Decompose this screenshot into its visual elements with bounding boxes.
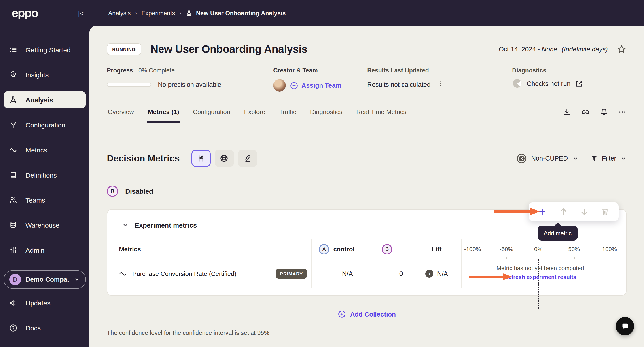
people-icon — [9, 196, 18, 204]
chevron-down-icon — [620, 155, 626, 162]
flask-icon — [9, 96, 18, 104]
sidebar-item-updates[interactable]: Updates — [4, 294, 86, 311]
confidence-note: The confidence level for the confidence … — [107, 330, 626, 336]
link-icon[interactable] — [581, 108, 590, 116]
sidebar-item-configuration[interactable]: Configuration — [4, 116, 86, 133]
sidebar-item-getting-started[interactable]: Getting Started — [4, 41, 86, 58]
funnel-icon — [590, 154, 598, 162]
experiment-dates: Oct 14, 2024 - None(Indefinite days) — [499, 46, 608, 53]
delete-metric-button[interactable] — [600, 207, 610, 216]
tab-overview[interactable]: Overview — [107, 102, 135, 122]
chevron-right-icon: › — [180, 10, 181, 16]
metrics-table: Metrics A control B Lift -100% -50% 0% — [114, 239, 619, 288]
plus-circle-icon — [290, 81, 298, 90]
non-cuped-icon — [516, 153, 526, 164]
help-icon — [9, 324, 18, 332]
breadcrumb-current: New User Onboarding Analysis — [186, 10, 286, 16]
external-link-icon[interactable] — [575, 79, 583, 88]
kebab-menu-icon[interactable] — [437, 80, 443, 88]
trend-icon — [9, 146, 18, 154]
list-icon — [9, 46, 18, 54]
sidebar-item-warehouse[interactable]: Warehouse — [4, 216, 86, 234]
metric-cell: Purchase Conversion Rate (Certified) PRI… — [114, 269, 311, 278]
more-options-icon[interactable] — [618, 108, 626, 116]
metrics-toolbar — [528, 202, 618, 221]
results-value: Results not calculated — [367, 81, 431, 88]
status-badge: RUNNING — [107, 44, 141, 55]
download-icon[interactable] — [562, 108, 571, 116]
col-header-variant-b: B — [362, 239, 412, 259]
tab-traffic[interactable]: Traffic — [278, 102, 297, 122]
experiment-metrics-card: Add metric Experiment metrics Metrics A … — [107, 209, 626, 296]
add-metric-tooltip: Add metric — [538, 226, 578, 240]
tab-real-time-metrics[interactable]: Real Time Metrics — [355, 102, 407, 122]
top-bar: eppo |< Analysis › Experiments › New Use… — [0, 0, 644, 26]
view-confidence-intervals-button[interactable] — [192, 150, 211, 167]
chat-widget-button[interactable] — [616, 317, 634, 335]
workspace-switcher[interactable]: D Demo Compa… — [4, 270, 86, 289]
sidebar-item-insights[interactable]: Insights — [4, 66, 86, 83]
variant-b-status: Disabled — [125, 187, 153, 195]
assign-team-button[interactable]: Assign Team — [290, 81, 341, 90]
star-icon[interactable] — [617, 44, 626, 54]
sidebar-item-docs[interactable]: Docs — [4, 319, 86, 336]
tab-configuration[interactable]: Configuration — [192, 102, 231, 122]
chevron-down-icon[interactable] — [122, 222, 129, 228]
creator-avatar[interactable] — [273, 79, 286, 92]
move-down-button[interactable] — [580, 207, 589, 216]
experiment-header: RUNNING New User Onboarding Analysis Oct… — [107, 43, 626, 56]
bell-icon[interactable] — [600, 108, 608, 116]
metric-row[interactable]: Purchase Conversion Rate (Certified) PRI… — [114, 259, 619, 288]
view-deep-dive-button[interactable] — [238, 150, 257, 167]
sidebar-item-definitions[interactable]: Definitions — [4, 166, 86, 183]
primary-badge: PRIMARY — [276, 269, 307, 278]
workspace-name: Demo Compa… — [26, 276, 69, 283]
cuped-toggle[interactable]: Non-CUPED — [516, 153, 578, 164]
variant-b-value-cell: 0 — [362, 259, 412, 288]
sliders-icon — [9, 246, 18, 254]
lift-chart-cell: Metric has not yet been computed Refresh… — [461, 259, 619, 288]
tab-metrics[interactable]: Metrics (1) — [147, 102, 180, 122]
breadcrumb-analysis[interactable]: Analysis — [108, 10, 131, 16]
chevron-down-icon — [572, 155, 579, 162]
table-header-row: Metrics A control B Lift -100% -50% 0% — [114, 239, 619, 259]
diagnostics-value: Checks not run — [527, 80, 570, 87]
book-icon — [9, 170, 18, 179]
main-content: RUNNING New User Onboarding Analysis Oct… — [90, 26, 644, 347]
diagnostics-label: Diagnostics — [512, 67, 583, 74]
chevron-right-icon: › — [135, 10, 137, 16]
sidebar-item-analysis[interactable]: Analysis — [4, 91, 86, 108]
view-global-button[interactable] — [215, 150, 234, 167]
eppo-logo[interactable]: eppo — [12, 6, 51, 20]
candlestick-icon — [197, 154, 205, 162]
creator-label: Creator & Team — [273, 67, 367, 74]
megaphone-icon — [9, 298, 18, 307]
sidebar-item-metrics[interactable]: Metrics — [4, 141, 86, 158]
tab-explore[interactable]: Explore — [243, 102, 266, 122]
sidebar-item-teams[interactable]: Teams — [4, 192, 86, 208]
database-icon — [9, 221, 18, 229]
add-collection-button[interactable]: Add Collection — [107, 310, 626, 318]
metric-name[interactable]: Purchase Conversion Rate (Certified) — [132, 270, 276, 277]
col-header-lift: Lift — [412, 239, 461, 259]
move-up-button[interactable] — [558, 207, 568, 216]
axis-label: -100% — [464, 246, 481, 252]
sidebar-collapse-icon[interactable]: |< — [74, 9, 88, 17]
tab-diagnostics[interactable]: Diagnostics — [309, 102, 344, 122]
trash-icon — [600, 207, 610, 216]
sidebar-item-admin[interactable]: Admin — [4, 242, 86, 258]
breadcrumb-experiments[interactable]: Experiments — [142, 10, 175, 16]
annotation-arrow-add-metric — [493, 208, 540, 216]
axis-label: -50% — [500, 246, 513, 252]
progress-block: Progress 0% Complete No precision availa… — [107, 67, 273, 92]
precision-text: No precision available — [158, 81, 222, 88]
axis-label: 50% — [568, 246, 580, 252]
variant-b-badge: B — [382, 244, 392, 254]
variant-b-badge: B — [107, 186, 118, 197]
chat-icon — [620, 322, 630, 331]
progress-label: Progress — [107, 67, 133, 74]
chevron-down-icon — [74, 276, 80, 282]
creator-block: Creator & Team Assign Team — [273, 67, 367, 92]
diagnostics-block: Diagnostics Checks not run — [512, 67, 583, 92]
filter-button[interactable]: Filter — [590, 154, 626, 162]
